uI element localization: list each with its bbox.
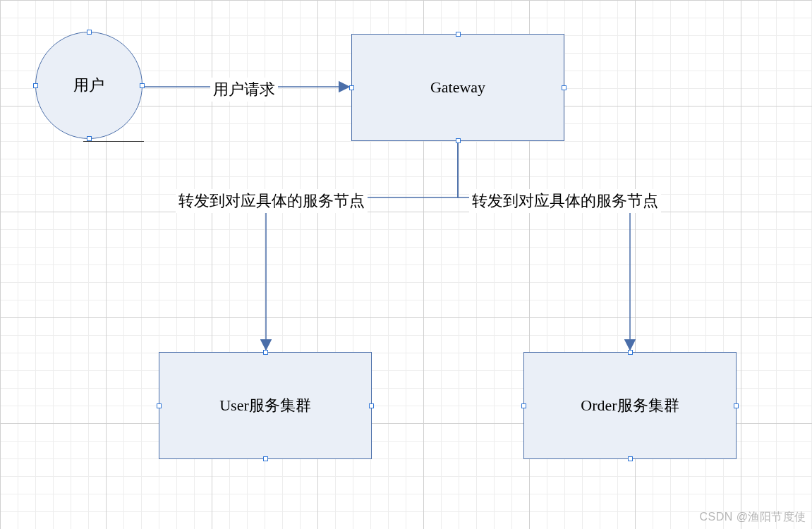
handle-icon[interactable] xyxy=(456,138,461,143)
edge-label-user-request: 用户请求 xyxy=(210,78,278,102)
handle-icon[interactable] xyxy=(263,456,268,461)
handle-icon[interactable] xyxy=(628,350,633,355)
edge-label-to-order-service: 转发到对应具体的服务节点 xyxy=(469,189,661,213)
handle-icon[interactable] xyxy=(369,403,374,408)
edge-label-to-user-service: 转发到对应具体的服务节点 xyxy=(176,189,368,213)
handle-icon[interactable] xyxy=(33,83,38,88)
handle-icon[interactable] xyxy=(456,32,461,37)
handle-icon[interactable] xyxy=(140,83,145,88)
handle-icon[interactable] xyxy=(562,85,566,90)
handle-icon[interactable] xyxy=(157,403,162,408)
handle-icon[interactable] xyxy=(349,85,354,90)
node-gateway-label: Gateway xyxy=(430,78,485,97)
node-user[interactable]: 用户 xyxy=(35,32,143,139)
node-user-service-label: User服务集群 xyxy=(219,395,311,416)
user-node-tail xyxy=(83,141,144,142)
node-user-service[interactable]: User服务集群 xyxy=(159,352,372,459)
node-order-service[interactable]: Order服务集群 xyxy=(523,352,737,459)
handle-icon[interactable] xyxy=(628,456,633,461)
handle-icon[interactable] xyxy=(521,403,526,408)
watermark: CSDN @渔阳节度使 xyxy=(699,510,806,525)
node-user-label: 用户 xyxy=(73,75,104,96)
node-order-service-label: Order服务集群 xyxy=(581,395,679,416)
diagram-canvas[interactable]: 用户请求 转发到对应具体的服务节点 转发到对应具体的服务节点 用户 Gatewa… xyxy=(0,0,812,529)
handle-icon[interactable] xyxy=(263,350,268,355)
handle-icon[interactable] xyxy=(87,136,92,141)
handle-icon[interactable] xyxy=(734,403,739,408)
handle-icon[interactable] xyxy=(87,30,92,35)
node-gateway[interactable]: Gateway xyxy=(351,34,564,141)
